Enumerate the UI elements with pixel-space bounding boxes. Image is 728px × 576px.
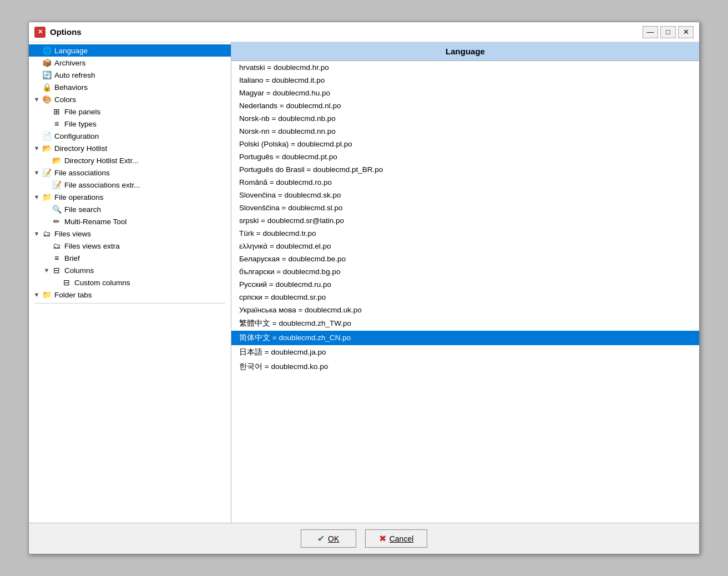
tree-item-archivers[interactable]: 📦Archivers xyxy=(29,57,231,69)
tree-item-behaviors[interactable]: 🔒Behaviors xyxy=(29,81,231,93)
tree-item-directoryhotlistextra[interactable]: 📂Directory Hotlist Extr... xyxy=(29,154,231,166)
expand-icon-columns: ▼ xyxy=(42,267,51,274)
language-list: hrvatski = doublecmd.hr.poItaliano = dou… xyxy=(231,61,699,523)
lang-item[interactable]: Беларуская = doublecmd.be.po xyxy=(231,252,699,265)
tree-icon-fileoperations: 📁 xyxy=(41,193,52,201)
tree-label-foldertabs: Folder tabs xyxy=(54,291,228,299)
lang-item[interactable]: 简体中文 = doublecmd.zh_CN.po xyxy=(231,331,699,345)
lang-item[interactable]: Português = doublecmd.pt.po xyxy=(231,150,699,163)
close-button[interactable]: ✕ xyxy=(678,26,694,38)
tree-item-columns[interactable]: ▼⊟Columns xyxy=(29,264,231,276)
tree-item-colors[interactable]: ▼🎨Colors xyxy=(29,93,231,105)
tree-item-filesviewsextra[interactable]: 🗂Files views extra xyxy=(29,240,231,252)
lang-item[interactable]: Italiano = doublecmd.it.po xyxy=(231,74,699,87)
tree-item-configuration[interactable]: 📄Configuration xyxy=(29,130,231,142)
lang-item[interactable]: Русский = doublecmd.ru.po xyxy=(231,278,699,291)
tree-label-archivers: Archivers xyxy=(54,59,228,67)
expand-icon-fileoperations: ▼ xyxy=(32,194,41,200)
expand-icon-filesviews: ▼ xyxy=(32,230,41,237)
lang-item[interactable]: Română = doublecmd.ro.po xyxy=(231,176,699,189)
content-area: 🌐Language📦Archivers🔄Auto refresh🔒Behavio… xyxy=(29,42,699,523)
tree-label-colors: Colors xyxy=(54,95,228,104)
tree-icon-foldertabs: 📁 xyxy=(41,290,52,299)
tree-icon-customcolumns: ⊟ xyxy=(61,278,72,287)
lang-item[interactable]: Polski (Polska) = doublecmd.pl.po xyxy=(231,138,699,150)
tree-item-directoryhotlist[interactable]: ▼📂Directory Hotlist xyxy=(29,142,231,154)
tree-label-brief: Brief xyxy=(64,254,228,262)
lang-item[interactable]: Português do Brasil = doublecmd.pt_BR.po xyxy=(231,163,699,176)
tree-label-filetypes: File types xyxy=(64,120,228,128)
lang-item[interactable]: 日本語 = doublecmd.ja.po xyxy=(231,345,699,360)
right-panel: Language hrvatski = doublecmd.hr.poItali… xyxy=(231,42,699,523)
tree-icon-columns: ⊟ xyxy=(51,266,62,275)
tree-icon-brief: ≡ xyxy=(51,254,62,262)
tree-item-fileoperations[interactable]: ▼📁File operations xyxy=(29,191,231,203)
tree-item-customcolumns[interactable]: ⊟Custom columns xyxy=(29,276,231,289)
tree-label-customcolumns: Custom columns xyxy=(74,279,228,287)
tree-icon-multirename: ✏ xyxy=(51,217,62,226)
lang-item[interactable]: Norsk-nn = doublecmd.nn.po xyxy=(231,125,699,138)
lang-item[interactable]: 한국어 = doublecmd.ko.po xyxy=(231,360,699,374)
tree-item-filesviews[interactable]: ▼🗂Files views xyxy=(29,228,231,240)
tree-item-multirename[interactable]: ✏Multi-Rename Tool xyxy=(29,215,231,228)
lang-item[interactable]: srpski = doublecmd.sr@latin.po xyxy=(231,214,699,227)
window-title: Options xyxy=(50,27,82,37)
tree-label-fileoperations: File operations xyxy=(54,193,228,201)
tree-item-fileassociations[interactable]: ▼📝File associations xyxy=(29,166,231,179)
tree-item-language[interactable]: 🌐Language xyxy=(29,44,231,57)
tree-icon-colors: 🎨 xyxy=(41,95,52,104)
lang-item[interactable]: српски = doublecmd.sr.po xyxy=(231,291,699,304)
tree-label-directoryhotlistextra: Directory Hotlist Extr... xyxy=(64,156,228,165)
app-icon: ✕ xyxy=(34,27,46,38)
tree-icon-fileassociations: 📝 xyxy=(41,168,52,177)
tree-icon-autorefresh: 🔄 xyxy=(41,70,52,79)
expand-icon-fileassociations: ▼ xyxy=(32,169,41,176)
cancel-icon: ✖ xyxy=(379,533,386,544)
lang-item[interactable]: 繁體中文 = doublecmd.zh_TW.po xyxy=(231,316,699,331)
lang-item[interactable]: ελληνικά = doublecmd.el.po xyxy=(231,240,699,252)
lang-item[interactable]: Magyar = doublecmd.hu.po xyxy=(231,87,699,99)
minimize-button[interactable]: — xyxy=(643,26,658,38)
lang-item[interactable]: Slovenščina = doublecmd.sl.po xyxy=(231,201,699,214)
tree-panel: 🌐Language📦Archivers🔄Auto refresh🔒Behavio… xyxy=(29,42,231,523)
tree-label-filesviews: Files views xyxy=(54,230,228,238)
maximize-button[interactable]: □ xyxy=(660,26,676,38)
title-bar-left: ✕ Options xyxy=(34,27,82,38)
button-bar: ✔ OK ✖ Cancel xyxy=(29,523,699,554)
lang-item[interactable]: Türk = doublecmd.tr.po xyxy=(231,227,699,240)
tree-label-language: Language xyxy=(54,47,228,55)
tree-icon-filetypes: ≡ xyxy=(51,119,62,128)
tree-icon-filesviews: 🗂 xyxy=(41,229,52,238)
cancel-button[interactable]: ✖ Cancel xyxy=(365,529,428,548)
tree-item-autorefresh[interactable]: 🔄Auto refresh xyxy=(29,69,231,81)
tree-icon-directoryhotlistextra: 📂 xyxy=(51,156,62,165)
tree-icon-archivers: 📦 xyxy=(41,58,52,67)
ok-button[interactable]: ✔ OK xyxy=(301,529,356,548)
lang-item[interactable]: български = doublecmd.bg.po xyxy=(231,265,699,278)
ok-icon: ✔ xyxy=(317,533,325,544)
tree-label-autorefresh: Auto refresh xyxy=(54,71,228,79)
tree-item-fileassociationsextra[interactable]: 📝File associations extr... xyxy=(29,179,231,191)
tree-item-filetypes[interactable]: ≡File types xyxy=(29,118,231,130)
tree-icon-behaviors: 🔒 xyxy=(41,83,52,92)
tree-label-filesviewsextra: Files views extra xyxy=(64,242,228,250)
tree-item-foldertabs[interactable]: ▼📁Folder tabs xyxy=(29,289,231,301)
tree-icon-filesviewsextra: 🗂 xyxy=(51,241,62,250)
lang-item[interactable]: Norsk-nb = doublecmd.nb.po xyxy=(231,112,699,125)
tree-label-multirename: Multi-Rename Tool xyxy=(64,218,228,226)
title-bar-controls: — □ ✕ xyxy=(643,26,694,38)
tree-label-fileassociations: File associations xyxy=(54,169,228,177)
lang-item[interactable]: hrvatski = doublecmd.hr.po xyxy=(231,61,699,74)
tree-icon-configuration: 📄 xyxy=(41,132,52,140)
expand-icon-directoryhotlist: ▼ xyxy=(32,145,41,151)
tree-item-filepanels[interactable]: ⊞File panels xyxy=(29,105,231,118)
lang-item[interactable]: Slovenčina = doublecmd.sk.po xyxy=(231,189,699,201)
language-header: Language xyxy=(231,42,699,61)
lang-item[interactable]: Українська мова = doublecmd.uk.po xyxy=(231,304,699,316)
tree-label-configuration: Configuration xyxy=(54,132,228,140)
tree-item-brief[interactable]: ≡Brief xyxy=(29,252,231,264)
tree-item-filesearch[interactable]: 🔍File search xyxy=(29,203,231,215)
tree-label-columns: Columns xyxy=(64,266,228,275)
options-window: ✕ Options — □ ✕ 🌐Language📦Archivers🔄Auto… xyxy=(28,22,700,554)
lang-item[interactable]: Nederlands = doublecmd.nl.po xyxy=(231,99,699,112)
